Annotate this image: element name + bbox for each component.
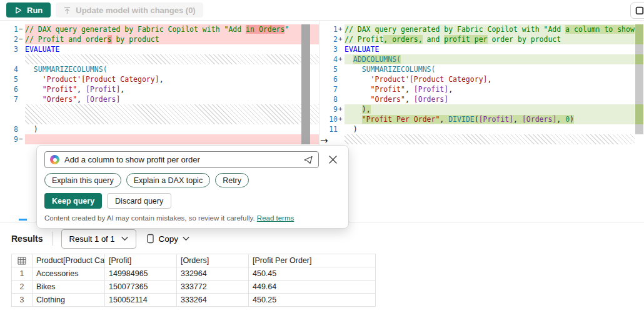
code-segment: "Orders" [371, 95, 405, 104]
update-model-button[interactable]: Update model with changes (0) [56, 2, 203, 17]
send-button[interactable] [303, 155, 313, 165]
left-pane-scrollbar[interactable] [301, 24, 310, 144]
chevron-down-icon [121, 236, 128, 241]
code-segment: " [284, 25, 289, 34]
table-cell: 450.45 [249, 267, 376, 281]
line-number: 5 [14, 74, 18, 84]
code-segment: ) [25, 125, 38, 134]
copilot-prompt-box[interactable] [44, 151, 319, 168]
code-line[interactable]: 4 SUMMARIZECOLUMNS( [0, 64, 319, 74]
code-segment: , [556, 115, 565, 124]
code-line[interactable]: 5 SUMMARIZECOLUMNS( [319, 64, 635, 74]
diff-overview-ruler [635, 24, 643, 134]
discard-query-button[interactable]: Discard query [107, 193, 171, 209]
close-button[interactable] [325, 152, 341, 168]
code-line[interactable]: 7 "Orders", [Orders] [0, 94, 319, 104]
line-number: 4 [333, 54, 338, 64]
play-icon [14, 6, 23, 14]
panel-button[interactable] [630, 2, 644, 19]
code-line[interactable]: 10+ "Profit Per Order", DIVIDE([Profit],… [319, 114, 635, 124]
run-button[interactable]: Run [6, 2, 51, 17]
row-number-cell: 3 [12, 294, 33, 307]
table-cell: 332964 [177, 267, 249, 281]
code-segment: ) [345, 125, 358, 134]
next-diff-arrow[interactable]: → [320, 136, 328, 146]
line-number: 1 [333, 24, 338, 34]
code-segment: [Orders] [522, 115, 556, 124]
code-segment: profit per [444, 35, 487, 44]
code-line[interactable]: 7 "Profit", [Profit], [319, 84, 635, 94]
code-line[interactable]: 5 'Product'[Product Category], [0, 74, 319, 84]
update-model-label: Update model with changes (0) [76, 6, 195, 15]
code-segment [25, 65, 34, 74]
close-icon [329, 156, 337, 164]
suggestion-explain-dax-topic[interactable]: Explain a DAX topic [126, 173, 210, 187]
code-line[interactable]: 11 ) [319, 124, 635, 134]
column-header: [Profit Per Order] [249, 254, 376, 267]
code-segment: ( [475, 115, 479, 124]
code-line[interactable]: 2−// Profit and orders by product [0, 34, 319, 44]
code-segment: EVALUATE [345, 45, 379, 54]
code-line[interactable]: 2+// Profit, orders, and profit per orde… [319, 34, 635, 44]
suggestion-explain-query[interactable]: Explain this query [44, 173, 121, 187]
ruler-mark [635, 84, 643, 94]
code-segment: a column to show profit per order [565, 25, 635, 34]
diff-pane-original[interactable]: 1−// DAX query generated by Fabric Copil… [0, 24, 319, 144]
code-line[interactable]: 6 "Profit", [Profit], [0, 84, 319, 94]
table-cell: Accessories [33, 267, 105, 281]
code-line[interactable]: 3EVALUATE [0, 44, 319, 54]
code-segment: "Orders" [43, 95, 77, 104]
line-number: 3 [14, 44, 18, 54]
code-segment [345, 105, 362, 114]
copy-button-label: Copy [159, 234, 179, 244]
table-cell: Bikes [33, 281, 105, 294]
code-segment: and [423, 35, 445, 44]
keep-query-button[interactable]: Keep query [44, 193, 102, 209]
line-number: 9 [333, 104, 338, 114]
code-line[interactable]: 9+ ), [319, 104, 635, 114]
ruler-mark [635, 124, 643, 134]
line-number: 8 [14, 124, 18, 134]
line-number: 2 [14, 34, 18, 44]
code-segment: "Profit" [371, 85, 405, 94]
code-line[interactable]: 8 ) [0, 124, 319, 134]
code-segment: , [448, 85, 453, 94]
select-all-cell[interactable] [12, 254, 33, 267]
run-button-label: Run [27, 6, 43, 15]
code-segment: DIVIDE [448, 115, 475, 124]
line-number: 9 [14, 134, 18, 144]
code-segment: , [405, 95, 414, 104]
column-header: Product[Product Catego... [33, 254, 105, 267]
code-segment: ), [362, 105, 371, 114]
diff-pane-modified[interactable]: 1+// DAX query generated by Fabric Copil… [319, 24, 635, 144]
code-line[interactable]: 9− [0, 134, 319, 144]
line-number: 8 [333, 94, 338, 104]
code-segment: [Profit] [479, 115, 513, 124]
code-segment: SUMMARIZECOLUMNS( [362, 65, 436, 74]
suggestion-retry[interactable]: Retry [215, 173, 249, 187]
table-cell: 150052114 [105, 294, 177, 307]
code-line[interactable]: 3EVALUATE [319, 44, 635, 54]
code-line[interactable]: 1+// DAX query generated by Fabric Copil… [319, 24, 635, 34]
copilot-prompt-input[interactable] [64, 155, 298, 164]
code-segment [345, 55, 353, 64]
code-segment: , [159, 75, 164, 84]
diff-marker: − [18, 134, 25, 144]
code-line[interactable]: 4+ ADDCOLUMNS( [319, 54, 635, 64]
diff-marker: + [338, 114, 345, 124]
code-segment: [Orders] [86, 95, 120, 104]
code-line[interactable]: 1−// DAX query generated by Fabric Copil… [0, 24, 319, 34]
code-line[interactable]: 6 'Product'[Product Category], [319, 74, 635, 84]
code-line[interactable]: 8 "Orders", [Orders] [319, 94, 635, 104]
code-segment: [Profit] [86, 85, 120, 94]
diff-marker: + [338, 54, 345, 64]
result-selector-dropdown[interactable]: Result 1 of 1 [61, 229, 136, 249]
table-cell: 333264 [177, 294, 249, 307]
chevron-down-icon [183, 236, 189, 241]
read-terms-link[interactable]: Read terms [257, 214, 294, 222]
line-number: 5 [333, 64, 338, 74]
line-number: 7 [14, 94, 18, 104]
code-segment: [Orders] [414, 95, 448, 104]
table-cell: 149984965 [105, 267, 177, 281]
copy-button[interactable]: Copy [146, 234, 190, 244]
